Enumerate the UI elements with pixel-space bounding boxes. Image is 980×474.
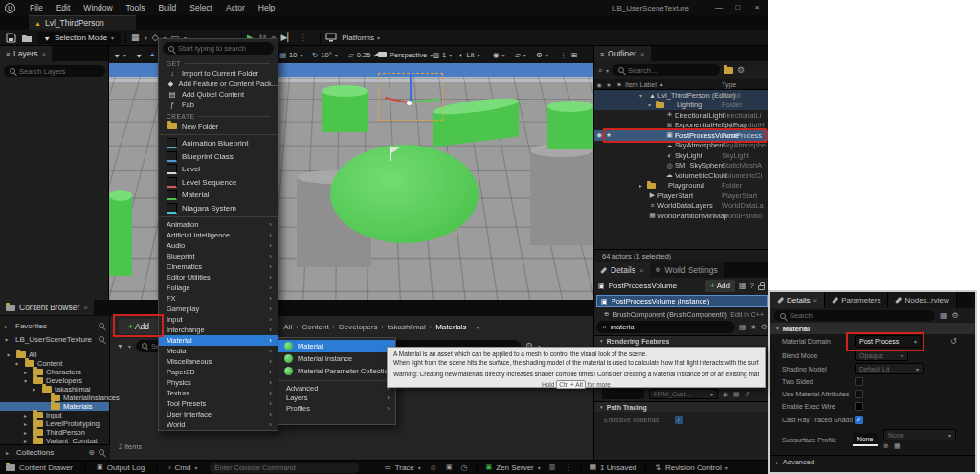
add-menu-category[interactable]: Artificial Intelligence › <box>159 230 278 240</box>
close-button[interactable]: × <box>747 0 767 15</box>
search-icon[interactable] <box>99 323 104 328</box>
component-row[interactable]: ⊕ BrushComponent (BrushComponent0) Edit … <box>604 308 768 320</box>
close-icon[interactable]: × <box>640 50 645 58</box>
search-icon[interactable] <box>99 449 104 455</box>
close-icon[interactable]: × <box>83 304 88 312</box>
menu-item[interactable]: ▤ Add Quixel Content <box>159 89 278 100</box>
folder-tree-item[interactable]: ▾ takashiimai <box>0 385 109 394</box>
add-menu-category[interactable]: Texture › <box>159 388 278 398</box>
expand-arrow-icon[interactable]: ▸ <box>24 429 31 436</box>
material-asset-dropdown[interactable]: PPM_Cust... ▾ <box>649 389 718 399</box>
create-asset-item[interactable]: Animation Blueprint <box>159 137 278 150</box>
level-tab[interactable]: ▲ Lvl_ThirdPerson <box>29 15 136 30</box>
clear-search-icon[interactable]: × <box>602 323 607 331</box>
tab-world-settings[interactable]: ⊕ World Settings <box>650 262 724 278</box>
trace-dropdown[interactable]: ▭ Trace ▾ <box>385 463 421 472</box>
section-rendering-features[interactable]: ▾ Rendering Features <box>594 335 768 346</box>
menu-item[interactable]: ƒ Fab <box>159 100 278 110</box>
breadcrumb-item[interactable]: Materials <box>435 323 466 331</box>
expand-arrow-icon[interactable]: ▾ <box>24 377 31 384</box>
add-menu-category[interactable]: Physics › <box>159 377 278 388</box>
grid-view-icon[interactable]: ▦ <box>940 311 947 320</box>
column-type[interactable]: Type <box>722 81 736 88</box>
save-icon[interactable] <box>6 33 16 43</box>
new-folder-icon[interactable] <box>724 67 733 74</box>
outliner-row[interactable]: ◉ ★ ≣ ExponentialHeightFog ExponentialH <box>594 121 768 131</box>
use-material-attributes-checkbox[interactable] <box>855 390 863 398</box>
folder-tree-item[interactable]: ▾ Content <box>0 359 109 368</box>
grid-view-icon[interactable]: ▦ <box>739 323 746 331</box>
add-actor-icon[interactable]: ▦ <box>131 33 140 42</box>
reset-to-default-icon[interactable]: ↺ <box>950 337 957 346</box>
folder-tree-item[interactable]: MaterialInstances <box>0 394 109 402</box>
selection-mode-dropdown[interactable]: ► Selection Mode ▾ <box>37 32 121 44</box>
eye-icon[interactable]: ◉ <box>723 391 728 398</box>
close-icon[interactable]: × <box>639 266 644 275</box>
derived-data-icon[interactable]: ☺ <box>430 463 437 472</box>
zen-server-dropdown[interactable]: ▣ Zen Server ▾ <box>486 463 541 472</box>
add-menu-category[interactable]: World › <box>159 419 278 430</box>
expand-arrow-icon[interactable]: ▾ <box>7 351 13 358</box>
skip-button[interactable]: ▶▏ <box>280 33 294 42</box>
tab-outliner[interactable]: ≡ Outliner × <box>594 46 651 61</box>
add-menu-category[interactable]: Miscellaneous › <box>159 356 278 367</box>
cmd-dropdown[interactable]: › Cmd ▾ <box>168 463 197 472</box>
menu-item[interactable]: Help <box>252 3 281 12</box>
add-component-button[interactable]: + Add <box>705 280 735 292</box>
shading-model-dropdown[interactable]: Default Lit ▾ <box>855 363 924 374</box>
add-menu-category[interactable]: Media › <box>159 346 278 356</box>
add-menu-category[interactable]: Audio › <box>159 240 278 251</box>
play-options-kebab-icon[interactable]: ⋮ <box>299 33 307 42</box>
insights-icon[interactable]: ▥ <box>549 463 556 471</box>
layers-search-input[interactable]: Search Layers <box>4 65 105 77</box>
menu-item[interactable]: Actor <box>219 3 252 12</box>
close-icon[interactable]: × <box>813 296 817 305</box>
outliner-row[interactable]: ◉ ★ ▦ WorldPartitionMinMap WorldPartitio <box>594 211 768 221</box>
folder-tree-item[interactable]: ▸ Characters <box>0 368 109 376</box>
menu-item[interactable]: Tools <box>120 3 152 12</box>
add-menu-category[interactable]: Paper2D › <box>159 367 278 377</box>
menu-item[interactable]: Edit <box>50 3 78 12</box>
expand-arrow-icon[interactable]: ▸ <box>639 182 647 189</box>
transform-select-dropdown[interactable]: ► ▾ <box>114 52 126 58</box>
project-root-row[interactable]: ▾ LB_UserSceneTexture <box>0 332 109 346</box>
add-asset-button[interactable]: + Add <box>119 319 159 334</box>
tab-content-browser[interactable]: Content Browser × <box>0 300 94 315</box>
array-index-field[interactable] <box>602 389 644 399</box>
collections-row[interactable]: ▸ Collections ⊕ <box>0 444 110 459</box>
snapshot-icon[interactable]: ▣ <box>446 463 453 471</box>
outliner-row[interactable]: ◉ ★ ☀ DirectionalLight DirectionalLi <box>594 110 768 121</box>
outliner-row[interactable]: ◉ ★ ▾ ▲ Lvl_ThirdPerson (Editor) World <box>594 90 768 101</box>
outliner-row[interactable]: ◉ ★ ▸ Playground Folder <box>594 181 768 192</box>
submenu-item[interactable]: Material <box>278 340 395 352</box>
path-dropdown-icon[interactable]: ▾ <box>477 324 479 330</box>
material-details-tab[interactable]: Nodes..rview × <box>888 292 956 308</box>
outliner-row[interactable]: ◉ ★ ◎ SM_SkySphere StaticMeshA <box>594 161 768 171</box>
maximize-viewport-icon[interactable]: ⊞ <box>571 51 577 59</box>
use-selected-asset-icon[interactable]: ⊕ <box>883 442 889 450</box>
add-menu-category[interactable]: Editor Utilities › <box>159 272 278 282</box>
viewport-settings-dropdown[interactable]: ⚙▾ <box>536 51 548 59</box>
material-details-tab[interactable]: Details × <box>770 292 825 308</box>
outliner-row[interactable]: ◉ ★ ▾ Lighting Folder <box>594 101 768 111</box>
tab-layers[interactable]: ≡ Layers × <box>0 46 52 61</box>
platforms-dropdown[interactable]: Platforms ▾ <box>342 34 380 42</box>
breadcrumb-item[interactable]: takashiimai <box>388 323 426 331</box>
reset-icon[interactable]: ↺ <box>745 391 750 398</box>
output-log-button[interactable]: ▣ Output Log <box>97 463 145 472</box>
subsurface-none-tab[interactable]: None <box>853 433 878 446</box>
scale-snap-control[interactable]: ▱ 0.25 ▾ <box>348 51 376 59</box>
material-details-tab[interactable]: Parameters × <box>825 292 888 308</box>
favorite-star-icon[interactable]: ★ <box>604 131 613 139</box>
breadcrumb-item[interactable]: Developers <box>339 323 377 331</box>
blueprint-graph-icon[interactable]: ▦ <box>739 282 746 290</box>
breadcrumb-item[interactable]: All <box>283 323 292 331</box>
select-tool-icon[interactable]: ► <box>135 50 145 59</box>
add-menu-category[interactable]: Foliage › <box>159 282 278 293</box>
add-menu-category[interactable]: Cinematics › <box>159 261 278 272</box>
close-icon[interactable]: × <box>42 50 47 58</box>
settings-gear-icon[interactable]: ⚙ <box>761 323 768 331</box>
settings-gear-icon[interactable]: ⚙ <box>952 311 959 320</box>
search-icon[interactable] <box>99 336 104 342</box>
outliner-row[interactable]: ◉ ★ ▶ PlayerStart PlayerStart <box>594 191 768 201</box>
